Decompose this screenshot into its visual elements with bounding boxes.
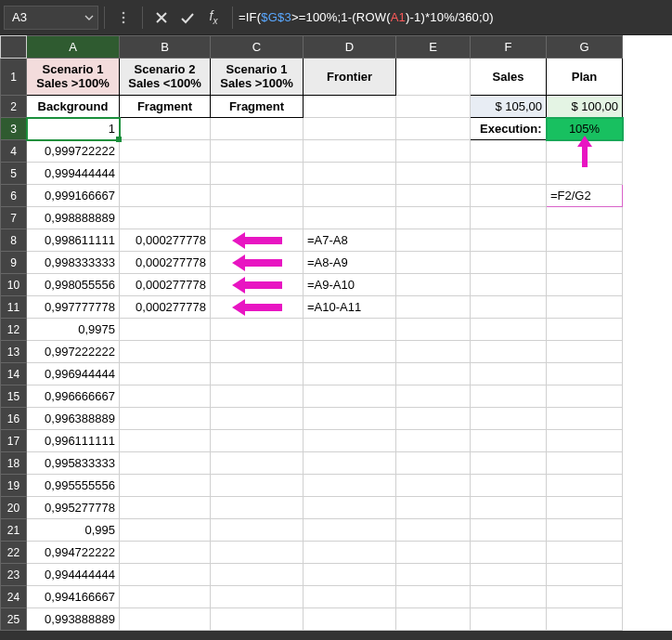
cell-C11[interactable] xyxy=(211,296,304,319)
dots-icon[interactable] xyxy=(110,6,136,30)
cell-G6[interactable]: =F2/G2 xyxy=(547,185,623,207)
row-header[interactable]: 9 xyxy=(1,252,27,274)
cell-F4[interactable] xyxy=(471,140,547,163)
cell-A13[interactable]: 0,997222222 xyxy=(27,341,120,363)
cell-A8[interactable]: 0,998611111 xyxy=(27,229,120,252)
cell-G1[interactable]: Plan xyxy=(547,59,623,96)
row-header[interactable]: 24 xyxy=(1,586,27,608)
row-header[interactable]: 19 xyxy=(1,475,27,497)
cell-A24[interactable]: 0,994166667 xyxy=(27,586,120,608)
cell-A25[interactable]: 0,993888889 xyxy=(27,608,120,631)
spreadsheet-grid[interactable]: A B C D E F G 1 Scenario 1Sales >100% Sc… xyxy=(0,35,672,631)
cell-A17[interactable]: 0,996111111 xyxy=(27,430,120,452)
cell-A15[interactable]: 0,996666667 xyxy=(27,385,120,408)
chevron-down-icon[interactable] xyxy=(84,13,94,22)
cell-A10[interactable]: 0,998055556 xyxy=(27,274,120,296)
cell-D9[interactable]: =A8-A9 xyxy=(304,252,396,274)
cell-A3[interactable]: 1 xyxy=(27,118,120,140)
row-header[interactable]: 16 xyxy=(1,408,27,430)
row-header[interactable]: 8 xyxy=(1,229,27,252)
row-header[interactable]: 12 xyxy=(1,319,27,341)
cell-C10[interactable] xyxy=(211,274,304,296)
cell-E4[interactable] xyxy=(396,140,471,163)
cell-B10[interactable]: 0,000277778 xyxy=(120,274,211,296)
row-header[interactable]: 1 xyxy=(1,59,27,96)
cell-C4[interactable] xyxy=(211,140,304,163)
cell-A18[interactable]: 0,995833333 xyxy=(27,452,120,475)
cell-C2[interactable]: Fragment xyxy=(211,96,304,118)
cell-A2[interactable]: Background xyxy=(27,96,120,118)
row-header[interactable]: 22 xyxy=(1,542,27,564)
cell-A16[interactable]: 0,996388889 xyxy=(27,408,120,430)
formula-bar[interactable]: =IF($G$3>=100%;1-(ROW(A1)-1)*10%/360;0) xyxy=(239,10,494,24)
row-header[interactable]: 4 xyxy=(1,140,27,163)
cell-A11[interactable]: 0,997777778 xyxy=(27,296,120,319)
cell-D1[interactable]: Frontier xyxy=(304,59,396,96)
cell-B11[interactable]: 0,000277778 xyxy=(120,296,211,319)
cell-D10[interactable]: =A9-A10 xyxy=(304,274,396,296)
row-header[interactable]: 15 xyxy=(1,385,27,408)
cell-D4[interactable] xyxy=(304,140,396,163)
cell-A9[interactable]: 0,998333333 xyxy=(27,252,120,274)
cell-A22[interactable]: 0,994722222 xyxy=(27,542,120,564)
cancel-icon[interactable] xyxy=(149,6,174,30)
row-header[interactable]: 13 xyxy=(1,341,27,363)
cell-E1[interactable] xyxy=(396,59,471,96)
row-header[interactable]: 7 xyxy=(1,207,27,229)
row-header[interactable]: 14 xyxy=(1,363,27,385)
cell-A23[interactable]: 0,994444444 xyxy=(27,564,120,586)
cell-D3[interactable] xyxy=(304,118,396,140)
fx-icon[interactable]: fx xyxy=(200,6,226,30)
cell-F3[interactable]: Execution: xyxy=(471,118,547,140)
enter-icon[interactable] xyxy=(174,6,200,30)
cell-B2[interactable]: Fragment xyxy=(120,96,211,118)
row-header[interactable]: 2 xyxy=(1,96,27,118)
cell-D11[interactable]: =A10-A11 xyxy=(304,296,396,319)
row-header[interactable]: 21 xyxy=(1,519,27,542)
row-header[interactable]: 20 xyxy=(1,497,27,519)
cell-A14[interactable]: 0,996944444 xyxy=(27,363,120,385)
cell-F2[interactable]: $ 105,00 xyxy=(471,96,547,118)
cell-B1[interactable]: Scenario 2Sales <100% xyxy=(120,59,211,96)
cell-A20[interactable]: 0,995277778 xyxy=(27,497,120,519)
row-header[interactable]: 23 xyxy=(1,564,27,586)
row-header[interactable]: 5 xyxy=(1,163,27,185)
cell-B9[interactable]: 0,000277778 xyxy=(120,252,211,274)
col-header-G[interactable]: G xyxy=(547,36,623,59)
row-header[interactable]: 25 xyxy=(1,608,27,631)
cell-A19[interactable]: 0,995555556 xyxy=(27,475,120,497)
cell-A7[interactable]: 0,998888889 xyxy=(27,207,120,229)
cell-A1[interactable]: Scenario 1Sales >100% xyxy=(27,59,120,96)
cell-F1[interactable]: Sales xyxy=(471,59,547,96)
cell-A21[interactable]: 0,995 xyxy=(27,519,120,542)
col-header-F[interactable]: F xyxy=(471,36,547,59)
grid-table[interactable]: A B C D E F G 1 Scenario 1Sales >100% Sc… xyxy=(0,35,624,631)
col-header-C[interactable]: C xyxy=(211,36,304,59)
select-all-corner[interactable] xyxy=(1,36,27,59)
col-header-D[interactable]: D xyxy=(304,36,396,59)
cell-G4[interactable] xyxy=(547,140,623,163)
row-header[interactable]: 3 xyxy=(1,118,27,140)
cell-D8[interactable]: =A7-A8 xyxy=(304,229,396,252)
cell-E3[interactable] xyxy=(396,118,471,140)
cell-B3[interactable] xyxy=(120,118,211,140)
col-header-B[interactable]: B xyxy=(120,36,211,59)
cell-C9[interactable] xyxy=(211,252,304,274)
cell-A5[interactable]: 0,999444444 xyxy=(27,163,120,185)
cell-B4[interactable] xyxy=(120,140,211,163)
cell-A6[interactable]: 0,999166667 xyxy=(27,185,120,207)
row-header[interactable]: 17 xyxy=(1,430,27,452)
cell-C1[interactable]: Scenario 1Sales >100% xyxy=(211,59,304,96)
row-header[interactable]: 10 xyxy=(1,274,27,296)
row-header[interactable]: 18 xyxy=(1,452,27,475)
col-header-E[interactable]: E xyxy=(396,36,471,59)
cell-A12[interactable]: 0,9975 xyxy=(27,319,120,341)
row-header[interactable]: 11 xyxy=(1,296,27,319)
cell-C8[interactable] xyxy=(211,229,304,252)
cell-C3[interactable] xyxy=(211,118,304,140)
cell-G2[interactable]: $ 100,00 xyxy=(547,96,623,118)
col-header-A[interactable]: A xyxy=(27,36,120,59)
cell-E2[interactable] xyxy=(396,96,471,118)
cell-A4[interactable]: 0,999722222 xyxy=(27,140,120,163)
name-box[interactable]: A3 xyxy=(4,6,98,30)
